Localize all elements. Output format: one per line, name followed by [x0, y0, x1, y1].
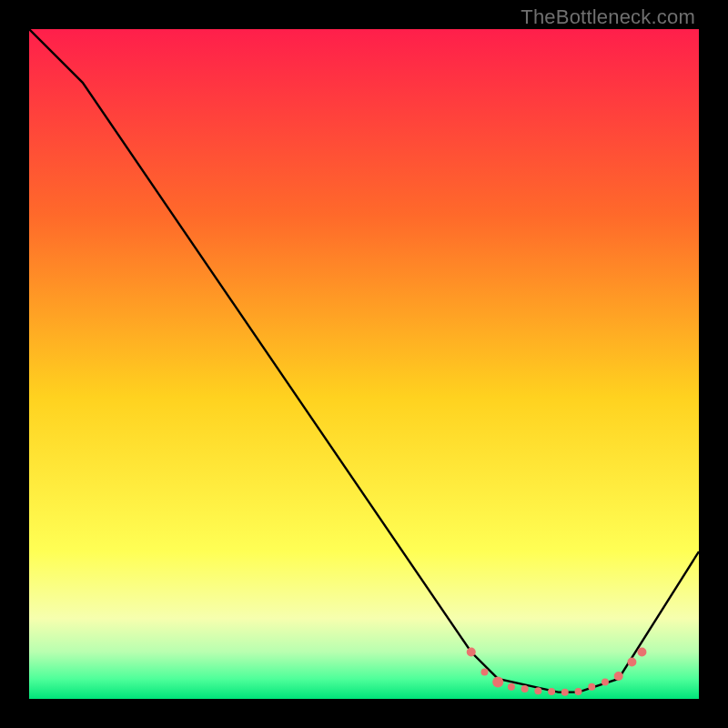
- highlight-point: [467, 647, 476, 656]
- highlight-point: [548, 688, 555, 695]
- highlight-point: [480, 669, 488, 676]
- bottleneck-chart: [29, 29, 699, 699]
- highlight-point: [521, 685, 529, 693]
- highlight-point: [492, 677, 503, 688]
- chart-background: [29, 29, 699, 699]
- highlight-point: [627, 658, 636, 667]
- highlight-point: [508, 683, 515, 691]
- highlight-point: [534, 687, 541, 694]
- highlight-point: [637, 647, 646, 656]
- highlight-point: [614, 672, 623, 681]
- watermark-text: TheBottleneck.com: [521, 5, 695, 29]
- highlight-point: [602, 679, 609, 686]
- highlight-point: [561, 689, 569, 696]
- chart-frame: [29, 29, 699, 699]
- highlight-point: [575, 688, 582, 695]
- highlight-point: [588, 683, 595, 691]
